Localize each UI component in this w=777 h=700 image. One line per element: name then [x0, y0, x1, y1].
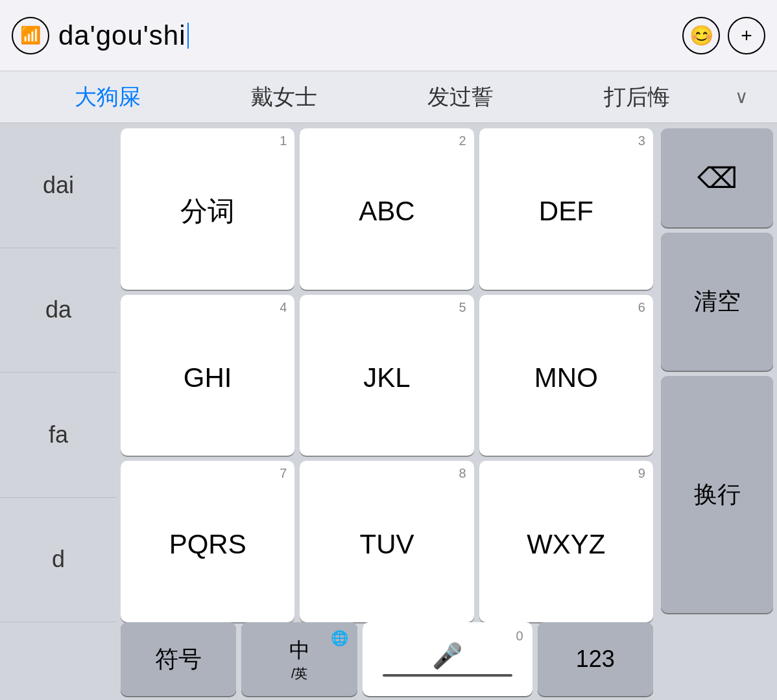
key-DEF[interactable]: 3 DEF	[479, 128, 653, 290]
text-cursor	[187, 23, 189, 49]
key-row-1: 1 分词 2 ABC 3 DEF	[121, 128, 653, 290]
sym-button[interactable]: 符号	[121, 622, 236, 696]
suggestion-bar: 大狗屎 戴女士 发过誓 打后悔 ∨	[0, 71, 777, 123]
key-TUV[interactable]: 8 TUV	[300, 461, 473, 622]
lang-button[interactable]: 🌐 中 /英	[241, 622, 357, 696]
key-ABC[interactable]: 2 ABC	[300, 128, 473, 290]
keyboard: dai da fa d 1 分词 2 ABC 3 DEF	[0, 123, 777, 700]
bottom-row: 符号 🌐 中 /英 0 🎤 123	[117, 622, 657, 700]
key-GHI[interactable]: 4 GHI	[121, 295, 294, 456]
key-fenCI[interactable]: 1 分词	[121, 128, 294, 290]
input-bar: 📶 da'gou'shi 😊 +	[0, 0, 777, 71]
action-bottom-spacer	[661, 618, 773, 696]
prediction-item-2[interactable]: fa	[0, 373, 117, 498]
space-button[interactable]: 0 🎤	[363, 622, 532, 696]
backspace-button[interactable]: ⌫	[661, 128, 773, 228]
clear-button[interactable]: 清空	[661, 233, 773, 371]
emoji-button[interactable]: 😊	[682, 17, 720, 54]
suggestion-item-0[interactable]: 大狗屎	[19, 82, 196, 112]
input-bar-right: 😊 +	[682, 17, 765, 54]
backspace-icon: ⌫	[697, 161, 737, 194]
add-button[interactable]: +	[728, 17, 765, 54]
key-JKL[interactable]: 5 JKL	[300, 295, 473, 456]
keys-rows: 1 分词 2 ABC 3 DEF 4 GHI 5	[117, 123, 657, 622]
space-bar-indicator	[383, 674, 512, 677]
prediction-column: dai da fa d	[0, 123, 117, 700]
key-MNO[interactable]: 6 MNO	[479, 295, 653, 456]
action-column: ⌫ 清空 换行	[657, 123, 777, 700]
input-text[interactable]: da'gou'shi	[58, 20, 186, 51]
prediction-item-1[interactable]: da	[0, 248, 117, 373]
prediction-item-3[interactable]: d	[0, 498, 117, 623]
key-PQRS[interactable]: 7 PQRS	[121, 461, 294, 622]
suggestion-expand-button[interactable]: ∨	[725, 86, 758, 108]
suggestion-item-1[interactable]: 戴女士	[196, 82, 372, 112]
num-button[interactable]: 123	[538, 622, 653, 696]
key-row-3: 7 PQRS 8 TUV 9 WXYZ	[121, 461, 653, 622]
suggestion-item-3[interactable]: 打后悔	[549, 82, 725, 112]
mic-icon[interactable]: 📶	[12, 17, 49, 54]
prediction-spacer	[0, 622, 117, 700]
prediction-item-0[interactable]: dai	[0, 123, 117, 248]
key-row-2: 4 GHI 5 JKL 6 MNO	[121, 295, 653, 456]
main-keys-wrapper: 1 分词 2 ABC 3 DEF 4 GHI 5	[117, 123, 657, 700]
globe-icon: 🌐	[331, 630, 348, 647]
input-bar-left: 📶 da'gou'shi	[12, 17, 682, 54]
key-WXYZ[interactable]: 9 WXYZ	[479, 461, 653, 622]
suggestion-item-2[interactable]: 发过誓	[372, 82, 549, 112]
enter-button[interactable]: 换行	[661, 376, 773, 613]
